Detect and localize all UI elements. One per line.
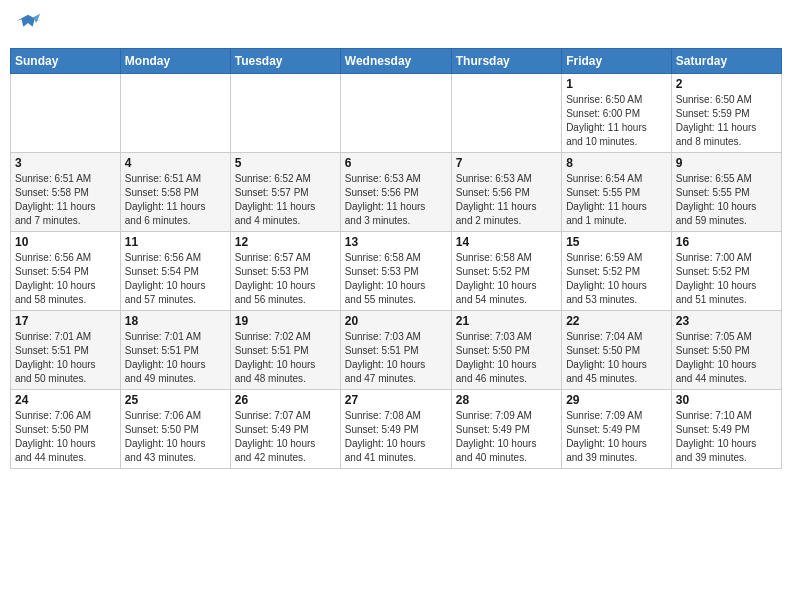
calendar-day-cell: 25Sunrise: 7:06 AM Sunset: 5:50 PM Dayli…	[120, 390, 230, 469]
day-number: 24	[15, 393, 116, 407]
calendar-week-3: 10Sunrise: 6:56 AM Sunset: 5:54 PM Dayli…	[11, 232, 782, 311]
calendar-day-cell: 13Sunrise: 6:58 AM Sunset: 5:53 PM Dayli…	[340, 232, 451, 311]
weekday-header-friday: Friday	[562, 49, 672, 74]
day-info: Sunrise: 7:06 AM Sunset: 5:50 PM Dayligh…	[15, 409, 116, 465]
calendar-day-cell: 2Sunrise: 6:50 AM Sunset: 5:59 PM Daylig…	[671, 74, 781, 153]
calendar-day-cell: 26Sunrise: 7:07 AM Sunset: 5:49 PM Dayli…	[230, 390, 340, 469]
day-info: Sunrise: 6:58 AM Sunset: 5:53 PM Dayligh…	[345, 251, 447, 307]
day-info: Sunrise: 7:08 AM Sunset: 5:49 PM Dayligh…	[345, 409, 447, 465]
calendar-day-cell: 14Sunrise: 6:58 AM Sunset: 5:52 PM Dayli…	[451, 232, 561, 311]
day-info: Sunrise: 6:56 AM Sunset: 5:54 PM Dayligh…	[125, 251, 226, 307]
day-number: 8	[566, 156, 667, 170]
day-number: 6	[345, 156, 447, 170]
calendar-day-cell: 27Sunrise: 7:08 AM Sunset: 5:49 PM Dayli…	[340, 390, 451, 469]
day-number: 27	[345, 393, 447, 407]
day-info: Sunrise: 7:03 AM Sunset: 5:51 PM Dayligh…	[345, 330, 447, 386]
day-number: 2	[676, 77, 777, 91]
calendar-day-cell: 17Sunrise: 7:01 AM Sunset: 5:51 PM Dayli…	[11, 311, 121, 390]
calendar-day-cell: 11Sunrise: 6:56 AM Sunset: 5:54 PM Dayli…	[120, 232, 230, 311]
calendar-week-5: 24Sunrise: 7:06 AM Sunset: 5:50 PM Dayli…	[11, 390, 782, 469]
weekday-header-sunday: Sunday	[11, 49, 121, 74]
calendar-table: SundayMondayTuesdayWednesdayThursdayFrid…	[10, 48, 782, 469]
day-info: Sunrise: 7:01 AM Sunset: 5:51 PM Dayligh…	[15, 330, 116, 386]
day-info: Sunrise: 7:02 AM Sunset: 5:51 PM Dayligh…	[235, 330, 336, 386]
day-info: Sunrise: 6:51 AM Sunset: 5:58 PM Dayligh…	[125, 172, 226, 228]
day-info: Sunrise: 7:04 AM Sunset: 5:50 PM Dayligh…	[566, 330, 667, 386]
day-info: Sunrise: 6:53 AM Sunset: 5:56 PM Dayligh…	[345, 172, 447, 228]
calendar-day-cell: 3Sunrise: 6:51 AM Sunset: 5:58 PM Daylig…	[11, 153, 121, 232]
calendar-day-cell: 18Sunrise: 7:01 AM Sunset: 5:51 PM Dayli…	[120, 311, 230, 390]
calendar-header-row: SundayMondayTuesdayWednesdayThursdayFrid…	[11, 49, 782, 74]
calendar-week-4: 17Sunrise: 7:01 AM Sunset: 5:51 PM Dayli…	[11, 311, 782, 390]
weekday-header-wednesday: Wednesday	[340, 49, 451, 74]
day-info: Sunrise: 6:53 AM Sunset: 5:56 PM Dayligh…	[456, 172, 557, 228]
day-number: 4	[125, 156, 226, 170]
day-number: 20	[345, 314, 447, 328]
day-number: 19	[235, 314, 336, 328]
calendar-day-cell: 1Sunrise: 6:50 AM Sunset: 6:00 PM Daylig…	[562, 74, 672, 153]
calendar-day-cell	[120, 74, 230, 153]
page-header	[10, 10, 782, 42]
calendar-day-cell	[340, 74, 451, 153]
logo-bird-icon	[14, 10, 42, 38]
calendar-day-cell: 19Sunrise: 7:02 AM Sunset: 5:51 PM Dayli…	[230, 311, 340, 390]
day-number: 7	[456, 156, 557, 170]
day-number: 16	[676, 235, 777, 249]
calendar-day-cell	[11, 74, 121, 153]
day-info: Sunrise: 7:09 AM Sunset: 5:49 PM Dayligh…	[456, 409, 557, 465]
day-info: Sunrise: 6:50 AM Sunset: 6:00 PM Dayligh…	[566, 93, 667, 149]
day-number: 12	[235, 235, 336, 249]
calendar-day-cell: 5Sunrise: 6:52 AM Sunset: 5:57 PM Daylig…	[230, 153, 340, 232]
day-number: 14	[456, 235, 557, 249]
weekday-header-thursday: Thursday	[451, 49, 561, 74]
day-number: 13	[345, 235, 447, 249]
calendar-day-cell: 28Sunrise: 7:09 AM Sunset: 5:49 PM Dayli…	[451, 390, 561, 469]
calendar-day-cell: 15Sunrise: 6:59 AM Sunset: 5:52 PM Dayli…	[562, 232, 672, 311]
calendar-day-cell: 7Sunrise: 6:53 AM Sunset: 5:56 PM Daylig…	[451, 153, 561, 232]
weekday-header-saturday: Saturday	[671, 49, 781, 74]
calendar-week-2: 3Sunrise: 6:51 AM Sunset: 5:58 PM Daylig…	[11, 153, 782, 232]
day-info: Sunrise: 7:05 AM Sunset: 5:50 PM Dayligh…	[676, 330, 777, 386]
day-info: Sunrise: 7:07 AM Sunset: 5:49 PM Dayligh…	[235, 409, 336, 465]
day-number: 1	[566, 77, 667, 91]
calendar-day-cell: 23Sunrise: 7:05 AM Sunset: 5:50 PM Dayli…	[671, 311, 781, 390]
calendar-day-cell	[451, 74, 561, 153]
day-number: 5	[235, 156, 336, 170]
day-number: 22	[566, 314, 667, 328]
weekday-header-monday: Monday	[120, 49, 230, 74]
day-info: Sunrise: 7:01 AM Sunset: 5:51 PM Dayligh…	[125, 330, 226, 386]
calendar-day-cell: 8Sunrise: 6:54 AM Sunset: 5:55 PM Daylig…	[562, 153, 672, 232]
calendar-day-cell: 9Sunrise: 6:55 AM Sunset: 5:55 PM Daylig…	[671, 153, 781, 232]
day-number: 18	[125, 314, 226, 328]
day-number: 21	[456, 314, 557, 328]
day-info: Sunrise: 6:58 AM Sunset: 5:52 PM Dayligh…	[456, 251, 557, 307]
calendar-day-cell: 6Sunrise: 6:53 AM Sunset: 5:56 PM Daylig…	[340, 153, 451, 232]
day-info: Sunrise: 6:57 AM Sunset: 5:53 PM Dayligh…	[235, 251, 336, 307]
day-info: Sunrise: 6:50 AM Sunset: 5:59 PM Dayligh…	[676, 93, 777, 149]
calendar-day-cell: 21Sunrise: 7:03 AM Sunset: 5:50 PM Dayli…	[451, 311, 561, 390]
day-number: 15	[566, 235, 667, 249]
day-info: Sunrise: 7:10 AM Sunset: 5:49 PM Dayligh…	[676, 409, 777, 465]
logo	[14, 10, 44, 42]
calendar-day-cell: 24Sunrise: 7:06 AM Sunset: 5:50 PM Dayli…	[11, 390, 121, 469]
weekday-header-tuesday: Tuesday	[230, 49, 340, 74]
day-info: Sunrise: 6:55 AM Sunset: 5:55 PM Dayligh…	[676, 172, 777, 228]
calendar-day-cell: 22Sunrise: 7:04 AM Sunset: 5:50 PM Dayli…	[562, 311, 672, 390]
day-number: 29	[566, 393, 667, 407]
calendar-day-cell: 29Sunrise: 7:09 AM Sunset: 5:49 PM Dayli…	[562, 390, 672, 469]
calendar-day-cell	[230, 74, 340, 153]
day-info: Sunrise: 6:59 AM Sunset: 5:52 PM Dayligh…	[566, 251, 667, 307]
day-number: 9	[676, 156, 777, 170]
day-number: 3	[15, 156, 116, 170]
calendar-day-cell: 10Sunrise: 6:56 AM Sunset: 5:54 PM Dayli…	[11, 232, 121, 311]
day-number: 26	[235, 393, 336, 407]
day-info: Sunrise: 6:56 AM Sunset: 5:54 PM Dayligh…	[15, 251, 116, 307]
day-number: 10	[15, 235, 116, 249]
day-info: Sunrise: 7:09 AM Sunset: 5:49 PM Dayligh…	[566, 409, 667, 465]
calendar-day-cell: 4Sunrise: 6:51 AM Sunset: 5:58 PM Daylig…	[120, 153, 230, 232]
calendar-week-1: 1Sunrise: 6:50 AM Sunset: 6:00 PM Daylig…	[11, 74, 782, 153]
day-number: 30	[676, 393, 777, 407]
day-number: 11	[125, 235, 226, 249]
day-info: Sunrise: 7:06 AM Sunset: 5:50 PM Dayligh…	[125, 409, 226, 465]
day-number: 25	[125, 393, 226, 407]
